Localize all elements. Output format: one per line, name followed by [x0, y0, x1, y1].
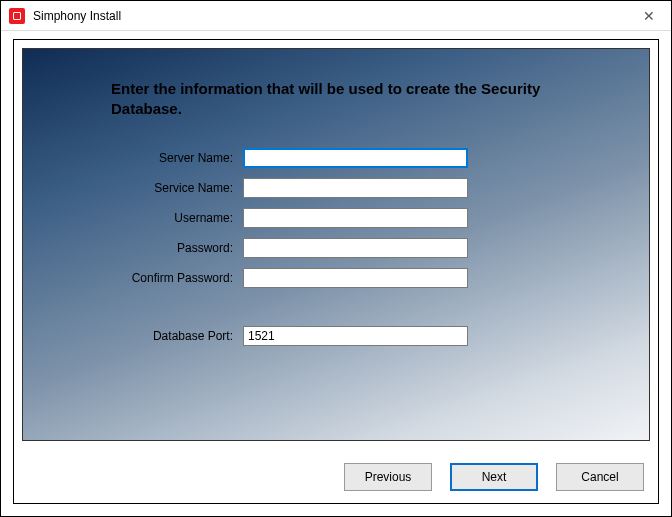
row-confirm-password: Confirm Password: — [63, 268, 609, 288]
password-input[interactable] — [243, 238, 468, 258]
row-service-name: Service Name: — [63, 178, 609, 198]
close-icon: ✕ — [643, 8, 655, 24]
spacer — [63, 298, 609, 326]
database-port-input[interactable] — [243, 326, 468, 346]
close-button[interactable]: ✕ — [626, 1, 671, 31]
label-server-name: Server Name: — [63, 151, 243, 165]
service-name-input[interactable] — [243, 178, 468, 198]
row-username: Username: — [63, 208, 609, 228]
label-service-name: Service Name: — [63, 181, 243, 195]
confirm-password-input[interactable] — [243, 268, 468, 288]
server-name-input[interactable] — [243, 148, 468, 168]
content-panel: Enter the information that will be used … — [13, 39, 659, 504]
label-confirm-password: Confirm Password: — [63, 271, 243, 285]
titlebar: Simphony Install ✕ — [1, 1, 671, 31]
label-password: Password: — [63, 241, 243, 255]
row-password: Password: — [63, 238, 609, 258]
oracle-icon — [9, 8, 25, 24]
label-database-port: Database Port: — [63, 329, 243, 343]
installer-window: Simphony Install ✕ Enter the information… — [0, 0, 672, 517]
row-server-name: Server Name: — [63, 148, 609, 168]
page-heading: Enter the information that will be used … — [111, 79, 541, 120]
window-title: Simphony Install — [33, 9, 121, 23]
row-database-port: Database Port: — [63, 326, 609, 346]
cancel-button[interactable]: Cancel — [556, 463, 644, 491]
next-button[interactable]: Next — [450, 463, 538, 491]
previous-button[interactable]: Previous — [344, 463, 432, 491]
username-input[interactable] — [243, 208, 468, 228]
label-username: Username: — [63, 211, 243, 225]
form-panel: Enter the information that will be used … — [22, 48, 650, 441]
button-bar: Previous Next Cancel — [344, 463, 644, 491]
